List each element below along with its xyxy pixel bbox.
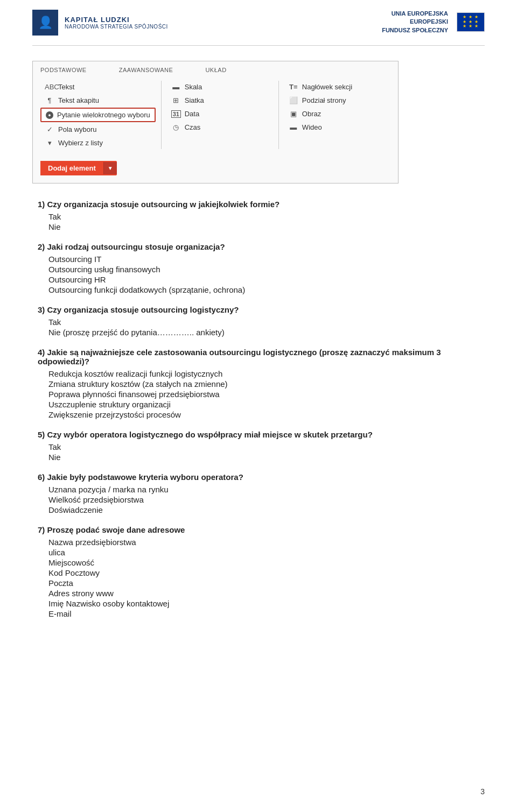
question-3-answers: Tak Nie (proszę przejść do pytania…………..… <box>43 317 479 337</box>
q4-answer-1: Zmiana struktury kosztów (za stałych na … <box>48 379 479 389</box>
toolbar-pytanie-wielokrotnego-label: Pytanie wielokrotnego wyboru <box>57 111 150 119</box>
q2-answer-1: Outsourcing usług finansowych <box>48 265 479 274</box>
scale-icon: ▬ <box>171 83 181 91</box>
abc-icon: ABC <box>45 83 54 91</box>
q7-answer-1: ulica <box>48 548 479 557</box>
eu-flag: ★ ★ ★★ ★ ★★ ★ ★ <box>457 12 485 32</box>
toolbar-panel: PODSTAWOWE ZAAWANSOWANE UKŁAD ABC Tekst … <box>32 61 399 183</box>
logo-text: KAPITAŁ LUDZKI NARODOWA STRATEGIA SPÓJNO… <box>65 16 168 30</box>
q4-answer-2: Poprawa płynności finansowej przedsiębio… <box>48 390 479 399</box>
question-1-answers: Tak Nie <box>43 212 479 231</box>
pagebreak-icon: ⬜ <box>289 96 298 104</box>
q1-answer-1: Nie <box>48 222 479 231</box>
eu-text: UNIA EUROPEJSKA EUROPEJSKI FUNDUSZ SPOŁE… <box>382 10 448 34</box>
toolbar-czas[interactable]: ◷ Czas <box>167 121 273 133</box>
toolbar-data[interactable]: 31 Data <box>167 108 273 120</box>
q7-answer-0: Nazwa przedsiębiorstwa <box>48 538 479 547</box>
question-6-block: 6) Jakie były podstawowe kryteria wyboru… <box>38 472 479 514</box>
heading-icon: T≡ <box>289 83 298 91</box>
toolbar-wideo-label: Wideo <box>302 123 322 131</box>
q7-answer-5: Adres strony www <box>48 589 479 598</box>
toolbar-obraz-label: Obraz <box>302 110 321 118</box>
q2-answer-3: Outsourcing funkcji dodatkowych (sprząta… <box>48 285 479 294</box>
toolbar-col-2: ▬ Skala ⊞ Siatka 31 Data ◷ Czas <box>167 81 273 149</box>
question-7-title: 7) Proszę podać swoje dane adresowe <box>38 525 479 534</box>
toolbar-siatka-label: Siatka <box>185 96 204 104</box>
q5-answer-1: Nie <box>48 453 479 462</box>
toolbar-podzial-strony[interactable]: ⬜ Podział strony <box>284 94 390 107</box>
toolbar-podzial-strony-label: Podział strony <box>302 96 346 104</box>
question-5-answers: Tak Nie <box>43 442 479 462</box>
image-icon: ▣ <box>289 110 298 118</box>
toolbar-data-label: Data <box>185 110 199 118</box>
toolbar-col-3: T≡ Nagłówek sekcji ⬜ Podział strony ▣ Ob… <box>284 81 390 149</box>
q2-answer-2: Outsourcing HR <box>48 275 479 284</box>
checkbox-icon: ✓ <box>45 125 54 133</box>
radio-icon: ● <box>46 111 53 119</box>
q4-answer-3: Uszczuplenie struktury organizacji <box>48 400 479 409</box>
add-element-arrow-icon[interactable]: ▼ <box>103 162 117 174</box>
tab-uklad[interactable]: UKŁAD <box>205 67 226 75</box>
eu-stars-icon: ★ ★ ★★ ★ ★★ ★ ★ <box>463 15 479 29</box>
question-6-title: 6) Jakie były podstawowe kryteria wyboru… <box>38 472 479 482</box>
header-left: 👤 KAPITAŁ LUDZKI NARODOWA STRATEGIA SPÓJ… <box>32 10 168 36</box>
paragraph-icon: ¶ <box>45 96 54 104</box>
tab-podstawowe[interactable]: PODSTAWOWE <box>40 67 87 75</box>
tab-zaawansowane[interactable]: ZAAWANSOWANE <box>119 67 173 75</box>
toolbar-naglowek-label: Nagłówek sekcji <box>302 83 352 91</box>
header-right: UNIA EUROPEJSKA EUROPEJSKI FUNDUSZ SPOŁE… <box>382 10 485 34</box>
video-icon: ▬ <box>289 123 298 131</box>
grid-icon: ⊞ <box>171 96 181 104</box>
toolbar-pola-wyboru[interactable]: ✓ Pola wyboru <box>40 123 156 136</box>
q6-answer-0: Uznana pozycja / marka na rynku <box>48 485 479 494</box>
divider-1 <box>161 81 162 149</box>
add-button-container: Dodaj element ▼ <box>40 156 390 175</box>
divider-2 <box>278 81 279 149</box>
toolbar-wideo[interactable]: ▬ Wideo <box>284 121 390 133</box>
question-2-title: 2) Jaki rodzaj outsourcingu stosuje orga… <box>38 242 479 251</box>
toolbar-tekst-akapitu[interactable]: ¶ Tekst akapitu <box>40 94 156 107</box>
eu-line1: UNIA EUROPEJSKA <box>382 10 448 18</box>
time-icon: ◷ <box>171 123 181 131</box>
content: 1) Czy organizacja stosuje outsourcing w… <box>32 200 485 618</box>
toolbar-wybierz-z-listy[interactable]: ▾ Wybierz z listy <box>40 137 156 149</box>
eu-line3: FUNDUSZ SPOŁECZNY <box>382 26 448 34</box>
question-4-title: 4) Jakie są najważniejsze cele zastosowa… <box>38 348 479 366</box>
question-5-title: 5) Czy wybór operatora logistycznego do … <box>38 430 479 439</box>
eu-line2: EUROPEJSKI <box>382 18 448 26</box>
toolbar-naglowek[interactable]: T≡ Nagłówek sekcji <box>284 81 390 93</box>
toolbar-tabs: PODSTAWOWE ZAAWANSOWANE UKŁAD <box>40 67 390 75</box>
toolbar-skala[interactable]: ▬ Skala <box>167 81 273 93</box>
q6-answer-2: Doświadczenie <box>48 505 479 514</box>
q3-answer-1: Nie (proszę przejść do pytania………….. ank… <box>48 328 479 337</box>
question-7-block: 7) Proszę podać swoje dane adresowe Nazw… <box>38 525 479 618</box>
page: 👤 KAPITAŁ LUDZKI NARODOWA STRATEGIA SPÓJ… <box>0 0 517 655</box>
q2-answer-0: Outsourcing IT <box>48 255 479 264</box>
q3-answer-0: Tak <box>48 317 479 327</box>
q7-answer-6: Imię Nazwisko osoby kontaktowej <box>48 599 479 608</box>
q1-answer-0: Tak <box>48 212 479 221</box>
q7-answer-2: Miejscowość <box>48 558 479 567</box>
question-1-title: 1) Czy organizacja stosuje outsourcing w… <box>38 200 479 209</box>
question-6-answers: Uznana pozycja / marka na rynku Wielkość… <box>43 485 479 514</box>
question-7-answers: Nazwa przedsiębiorstwa ulica Miejscowość… <box>43 538 479 618</box>
q5-answer-0: Tak <box>48 442 479 451</box>
page-number: 3 <box>480 787 485 796</box>
toolbar-pola-wyboru-label: Pola wyboru <box>58 125 97 133</box>
question-1-block: 1) Czy organizacja stosuje outsourcing w… <box>38 200 479 231</box>
dropdown-icon: ▾ <box>45 139 54 147</box>
add-element-label: Dodaj element <box>40 161 103 175</box>
q4-answer-4: Zwiększenie przejrzystości procesów <box>48 410 479 419</box>
q7-answer-3: Kod Pocztowy <box>48 568 479 577</box>
add-element-button[interactable]: Dodaj element ▼ <box>40 161 117 175</box>
toolbar-tekst-label: Tekst <box>58 83 74 91</box>
question-4-answers: Redukcja kosztów realizacji funkcji logi… <box>43 369 479 419</box>
toolbar-obraz[interactable]: ▣ Obraz <box>284 108 390 120</box>
toolbar-czas-label: Czas <box>185 123 201 131</box>
toolbar-tekst-akapitu-label: Tekst akapitu <box>58 96 99 104</box>
toolbar-pytanie-wielokrotnego[interactable]: ● Pytanie wielokrotnego wyboru <box>40 108 156 122</box>
toolbar-siatka[interactable]: ⊞ Siatka <box>167 94 273 107</box>
toolbar-tekst[interactable]: ABC Tekst <box>40 81 156 93</box>
question-4-block: 4) Jakie są najważniejsze cele zastosowa… <box>38 348 479 419</box>
q4-answer-0: Redukcja kosztów realizacji funkcji logi… <box>48 369 479 378</box>
